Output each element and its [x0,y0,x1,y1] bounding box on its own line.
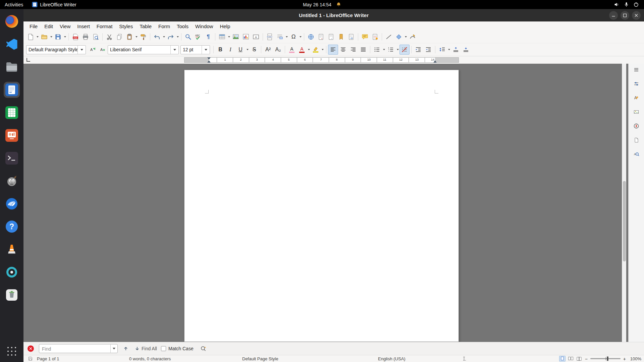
close-button[interactable] [632,11,641,20]
left-indent-marker[interactable] [207,60,211,63]
paste-dropdown[interactable] [135,32,138,42]
dock-item-trash[interactable] [4,287,20,303]
focused-app-indicator[interactable]: LibreOffice Writer [32,2,76,7]
zoom-slider[interactable] [590,358,621,359]
find-all-button[interactable]: Find All [142,346,157,351]
font-color-button[interactable]: A [297,45,307,55]
vertical-scrollbar[interactable] [622,64,626,342]
insert-image-button[interactable] [231,32,241,42]
text-language[interactable]: English (USA) [378,356,406,361]
highlight-color-dropdown[interactable] [321,45,324,55]
open-dropdown[interactable] [49,32,53,42]
zoom-slider-handle[interactable] [607,357,608,361]
insert-hyperlink-button[interactable] [306,32,316,42]
find-next-button[interactable] [133,344,142,353]
insert-endnote-button[interactable]: i [326,32,336,42]
font-size-combo[interactable]: 12 pt [180,45,210,54]
dock-item-thunderbird[interactable] [4,196,20,212]
menu-form[interactable]: Form [155,22,173,30]
sidebar-style-inspector-icon[interactable]: A [631,149,641,159]
dock-item-libreoffice-calc[interactable] [4,105,20,121]
paste-button[interactable] [124,32,135,42]
dock-item-gimp[interactable] [4,173,20,189]
zoom-level[interactable]: 100% [629,356,641,361]
tab-stop-selector[interactable] [26,58,30,62]
show-draw-functions-button[interactable] [408,32,418,42]
basic-shapes-dropdown[interactable] [404,32,408,42]
menu-format[interactable]: Format [93,22,116,30]
sidebar-styles-icon[interactable]: A [631,93,641,103]
font-color-dropdown[interactable] [307,45,311,55]
page-count[interactable]: Page 1 of 1 [37,356,59,361]
page-style[interactable]: Default Page Style [242,356,278,361]
track-changes-button[interactable] [370,32,380,42]
insert-text-box-button[interactable]: A [251,32,261,42]
document-page[interactable] [184,70,459,342]
sidebar-settings-icon[interactable] [631,65,641,74]
print-button[interactable] [80,32,91,42]
new-document-dropdown[interactable] [36,32,39,42]
insert-special-character-button[interactable]: Ω [288,32,299,42]
find-previous-button[interactable] [121,344,130,353]
copy-button[interactable] [114,32,124,42]
first-line-indent-marker[interactable] [207,57,211,60]
menu-window[interactable]: Window [192,22,216,30]
right-indent-marker[interactable] [433,60,437,63]
clock-menu[interactable]: May 26 14:54 [303,0,341,9]
match-case-label[interactable]: Match Case [168,346,194,351]
insert-mode-icon[interactable] [462,356,466,361]
dock-item-vlc[interactable] [4,241,20,257]
maximize-button[interactable] [621,11,629,20]
formatting-marks-button[interactable]: ¶ [203,32,213,42]
align-center-button[interactable] [338,45,348,55]
menu-view[interactable]: View [56,22,74,30]
export-as-pdf-button[interactable]: PDF [70,32,80,42]
menu-table[interactable]: Table [136,22,155,30]
clear-formatting-button[interactable]: A [287,45,297,55]
insert-table-button[interactable] [217,32,227,42]
new-document-button[interactable] [25,32,36,42]
spelling-button[interactable]: ABC [193,32,203,42]
undo-dropdown[interactable] [162,32,166,42]
ordered-list-dropdown[interactable] [396,45,399,55]
dock-item-terminal[interactable] [4,150,20,166]
close-find-bar-button[interactable] [28,346,34,352]
insert-footnote-button[interactable]: 1 [316,32,326,42]
subscript-button[interactable]: A₂ [273,45,283,55]
find-history-dropdown[interactable] [110,345,117,353]
undo-button[interactable] [152,32,162,42]
dock-item-firefox[interactable] [4,13,20,29]
dock-item-libreoffice-writer[interactable] [4,82,20,98]
ordered-list-button[interactable] [386,45,396,55]
sidebar-navigator-icon[interactable] [631,121,641,131]
redo-dropdown[interactable] [176,32,179,42]
increase-indent-button[interactable] [413,45,423,55]
word-count[interactable]: 0 words, 0 characters [129,356,171,361]
sidebar-gallery-icon[interactable] [631,107,641,117]
dock-item-libreoffice-impress[interactable] [4,127,20,143]
highlight-color-button[interactable] [311,45,321,55]
open-button[interactable] [39,32,49,42]
line-spacing-dropdown[interactable] [447,45,451,55]
insert-field-button[interactable] [275,32,285,42]
italic-button[interactable]: I [225,45,235,55]
find-and-replace-button-small[interactable] [199,344,208,353]
paragraph-style-combo[interactable]: Default Paragraph Style [26,45,86,54]
clone-formatting-button[interactable] [138,32,148,42]
system-status-area[interactable] [614,0,644,9]
underline-dropdown[interactable] [246,45,249,55]
update-style-button[interactable]: A [88,45,98,55]
find-input[interactable] [39,345,110,353]
justify-button[interactable] [358,45,368,55]
minimize-button[interactable] [609,11,618,20]
no-list-button[interactable] [399,45,410,55]
align-right-button[interactable] [348,45,358,55]
decrease-paragraph-spacing-button[interactable] [461,45,471,55]
title-bar[interactable]: Untitled 1 - LibreOffice Writer [23,9,644,21]
increase-paragraph-spacing-button[interactable] [451,45,461,55]
unordered-list-button[interactable] [372,45,382,55]
insert-cross-reference-button[interactable] [346,32,356,42]
bold-button[interactable]: B [215,45,225,55]
dock-item-show-applications[interactable] [4,343,20,359]
underline-button[interactable]: U [235,45,246,55]
